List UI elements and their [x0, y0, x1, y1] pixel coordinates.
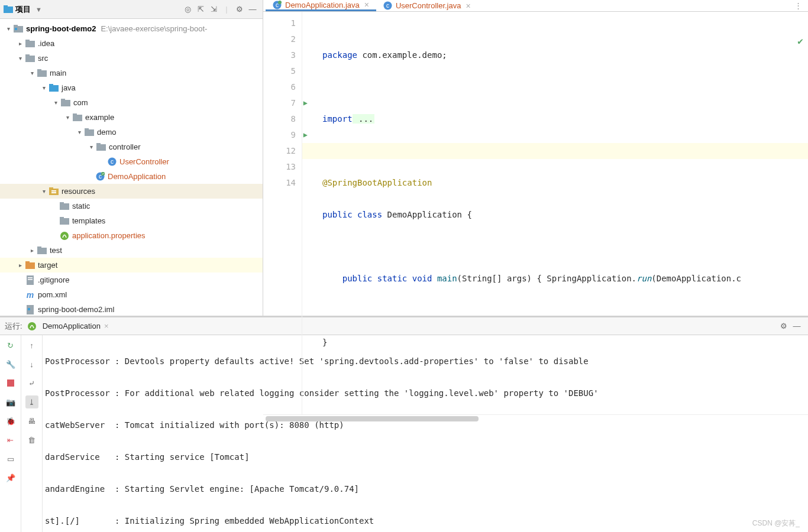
- tree-iml[interactable]: spring-boot-demo2.iml: [0, 302, 263, 316]
- console-line: dardService : Starting service [Tomcat]: [45, 449, 808, 465]
- tabs-more-icon[interactable]: ⋮: [788, 1, 808, 10]
- svg-text:c: c: [386, 2, 389, 9]
- dropdown-icon[interactable]: ▼: [35, 6, 42, 13]
- project-tree[interactable]: ▾spring-boot-demo2E:\javaee-exercise\spr…: [0, 19, 263, 316]
- rerun-icon[interactable]: ↻: [4, 339, 17, 352]
- svg-rect-36: [37, 246, 41, 249]
- svg-rect-39: [27, 275, 34, 285]
- pin-icon[interactable]: 📌: [4, 471, 17, 484]
- tree-main[interactable]: ▾main: [0, 66, 263, 80]
- close-icon[interactable]: ×: [104, 322, 109, 330]
- gear-icon[interactable]: ⚙: [233, 3, 246, 16]
- debug-restart-icon[interactable]: 🐞: [4, 414, 17, 427]
- svg-rect-20: [96, 143, 101, 145]
- svg-rect-50: [7, 379, 14, 387]
- project-header[interactable]: 项目 ▼ ◎ ⇱ ⇲ | ⚙ —: [0, 0, 263, 19]
- console-line: andardEngine : Starting Servlet engine: …: [45, 481, 808, 497]
- collapse-all-icon[interactable]: ⇲: [207, 3, 220, 16]
- svg-rect-8: [25, 54, 30, 57]
- project-icon: [4, 5, 13, 14]
- svg-rect-33: [60, 217, 64, 219]
- project-title: 项目: [15, 4, 31, 15]
- svg-rect-29: [51, 192, 56, 193]
- tree-target[interactable]: ▸target: [0, 258, 263, 273]
- svg-rect-43: [28, 308, 30, 310]
- svg-point-34: [60, 232, 69, 240]
- tree-test[interactable]: ▸test: [0, 243, 263, 258]
- svg-rect-31: [60, 202, 64, 205]
- svg-rect-3: [14, 25, 18, 27]
- tree-gitignore[interactable]: .gitignore: [0, 273, 263, 287]
- tree-demoapp[interactable]: cDemoApplication: [0, 169, 263, 184]
- stop-icon[interactable]: [4, 377, 17, 390]
- print-icon[interactable]: 🖶: [25, 414, 38, 427]
- close-icon[interactable]: ×: [364, 0, 369, 9]
- svg-rect-14: [61, 99, 65, 101]
- svg-rect-41: [28, 279, 33, 280]
- run-toolbar-left: ↻ 🔧 📷 🐞 ⇤ ▭ 📌: [0, 335, 21, 532]
- scroll-end-icon[interactable]: ⤓: [25, 395, 38, 408]
- tree-appprops[interactable]: application.properties: [0, 228, 263, 243]
- editor-area: c DemoApplication.java× c UserController…: [263, 0, 808, 316]
- divider-icon: |: [220, 3, 233, 16]
- tree-root[interactable]: ▾spring-boot-demo2E:\javaee-exercise\spr…: [0, 21, 263, 36]
- code-content[interactable]: package com.example.demo; import ... @Sp…: [302, 12, 808, 414]
- svg-rect-4: [15, 28, 17, 30]
- down-icon[interactable]: ↓: [25, 358, 38, 371]
- run-config-name[interactable]: DemoApplication: [43, 322, 101, 330]
- close-icon[interactable]: ×: [466, 1, 470, 11]
- tree-java[interactable]: ▾java: [0, 80, 263, 95]
- up-icon[interactable]: ↑: [25, 339, 38, 352]
- tab-demoapplication[interactable]: c DemoApplication.java×: [266, 0, 376, 11]
- console-line: st].[/] : Initializing Spring embedded W…: [45, 513, 808, 529]
- tree-pom[interactable]: mpom.xml: [0, 287, 263, 302]
- trash-icon[interactable]: 🗑: [25, 433, 38, 446]
- editor-tabs: c DemoApplication.java× c UserController…: [263, 0, 808, 12]
- tree-usercontroller[interactable]: cUserController: [0, 154, 263, 169]
- svg-point-49: [28, 322, 36, 330]
- tree-resources[interactable]: ▾resources: [0, 184, 263, 199]
- locate-icon[interactable]: ◎: [181, 3, 194, 16]
- svg-rect-1: [4, 5, 8, 8]
- project-tool-window: 项目 ▼ ◎ ⇱ ⇲ | ⚙ — ▾spring-boot-demo2E:\ja…: [0, 0, 263, 316]
- hide-icon[interactable]: —: [246, 3, 259, 16]
- tree-templates[interactable]: templates: [0, 213, 263, 228]
- java-class-icon: c: [273, 1, 282, 9]
- svg-rect-16: [73, 113, 77, 116]
- watermark: CSDN @安苒_: [752, 518, 800, 528]
- expand-all-icon[interactable]: ⇱: [194, 3, 207, 16]
- svg-rect-6: [25, 40, 30, 42]
- svg-rect-28: [51, 190, 56, 192]
- code-editor[interactable]: ✔ 1 2 3 5 6 7▶ 8 9▶ 12 13 14 package com…: [263, 12, 808, 414]
- tree-idea[interactable]: ▸.idea: [0, 36, 263, 51]
- svg-text:c: c: [111, 158, 114, 165]
- svg-rect-38: [25, 261, 30, 264]
- tab-usercontroller[interactable]: c UserController.java×: [376, 0, 478, 11]
- tree-com[interactable]: ▾com: [0, 95, 263, 110]
- run-label: 运行:: [5, 321, 22, 332]
- exit-icon[interactable]: ⇤: [4, 433, 17, 446]
- spring-icon: [27, 322, 37, 331]
- wrench-icon[interactable]: 🔧: [4, 358, 17, 371]
- gutter[interactable]: 1 2 3 5 6 7▶ 8 9▶ 12 13 14: [263, 12, 302, 414]
- svg-rect-18: [85, 128, 89, 131]
- camera-icon[interactable]: 📷: [4, 395, 17, 408]
- tree-controller[interactable]: ▾controller: [0, 140, 263, 154]
- tree-static[interactable]: static: [0, 199, 263, 213]
- svg-rect-12: [49, 84, 53, 86]
- tree-example[interactable]: ▾example: [0, 110, 263, 125]
- horizontal-scrollbar[interactable]: [263, 414, 808, 415]
- svg-rect-27: [49, 187, 53, 190]
- svg-rect-40: [28, 277, 33, 278]
- tree-src[interactable]: ▾src: [0, 51, 263, 66]
- java-class-icon: c: [383, 1, 392, 10]
- tab-label: UserController.java: [396, 1, 461, 10]
- svg-rect-10: [37, 69, 41, 72]
- svg-point-46: [278, 1, 282, 4]
- tab-label: DemoApplication.java: [285, 1, 360, 9]
- run-toolbar-right: ↑ ↓ ⤶ ⤓ 🖶 🗑: [21, 335, 43, 532]
- soft-wrap-icon[interactable]: ⤶: [25, 377, 38, 390]
- tree-demo[interactable]: ▾demo: [0, 125, 263, 140]
- layout-icon[interactable]: ▭: [4, 452, 17, 465]
